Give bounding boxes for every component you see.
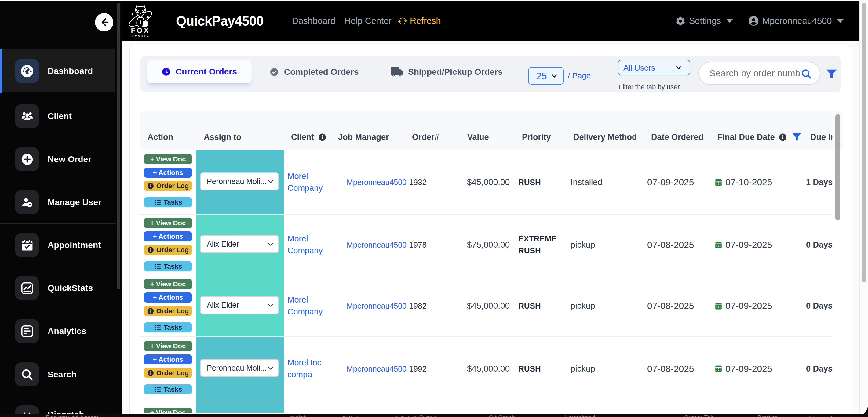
svg-text:FOX: FOX xyxy=(131,27,150,34)
svg-text:NEBULA: NEBULA xyxy=(132,35,150,38)
